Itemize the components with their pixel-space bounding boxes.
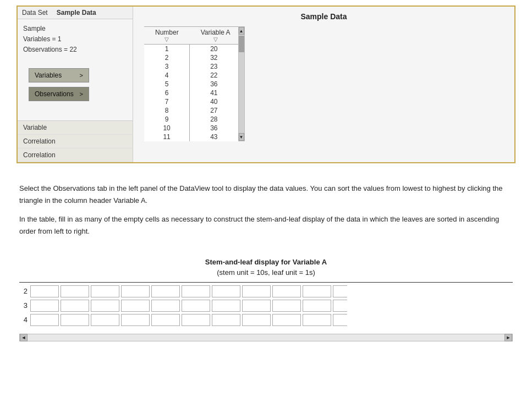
table-wrapper: Number ▽ Variable A ▽ 120232323422536641… <box>144 26 238 141</box>
stem-cell-2-7[interactable] <box>212 285 240 297</box>
table-cell-num-10: 10 <box>144 124 190 133</box>
stem-cells-4 <box>30 314 513 326</box>
table-cell-val-6: 41 <box>190 89 238 97</box>
scroll-left-button[interactable]: ◄ <box>20 334 28 341</box>
table-cell-val-1: 20 <box>190 45 238 54</box>
dataview-inner: Data Set Sample Data Sample Variables = … <box>18 7 514 162</box>
description-para1: Select the Observations tab in the left … <box>19 183 513 207</box>
table-cell-num-1: 1 <box>144 45 190 54</box>
stem-cell-3-1[interactable] <box>30 300 59 312</box>
stem-cell-2-2[interactable] <box>61 285 89 297</box>
stem-cell-3-2[interactable] <box>61 300 89 312</box>
dataset-label: Data Set <box>18 7 52 19</box>
bottom-scrollbar[interactable]: ◄ ► <box>19 334 513 341</box>
table-cell-val-5: 36 <box>190 80 238 89</box>
stem-leaf-section: Stem-and-leaf display for Variable A (st… <box>0 252 532 334</box>
table-row: 232 <box>144 53 238 62</box>
stem-cell-3-5[interactable] <box>151 300 180 312</box>
sidebar-buttons: Variables > Observations > <box>18 60 133 109</box>
data-table: Number ▽ Variable A ▽ 120232323422536641… <box>144 26 238 141</box>
stem-cell-2-9[interactable] <box>272 285 301 297</box>
stem-cell-2-6[interactable] <box>182 285 210 297</box>
table-row: 827 <box>144 106 238 115</box>
sidebar-bottom-item-2[interactable]: Correlation <box>18 135 133 148</box>
stem-cell-2-5[interactable] <box>151 285 180 297</box>
stem-cell-3-7[interactable] <box>212 300 240 312</box>
stem-cell-4-7[interactable] <box>212 314 240 326</box>
stem-leaf-row-3: 3 <box>19 300 513 312</box>
stem-cell-2-4[interactable] <box>121 285 150 297</box>
stem-cell-4-3[interactable] <box>91 314 119 326</box>
table-row: 536 <box>144 80 238 89</box>
stem-leaf-subtitle: (stem unit = 10s, leaf unit = 1s) <box>19 268 513 277</box>
sidebar-bottom-item-3[interactable]: Correlation <box>18 148 133 162</box>
sidebar-bottom-item-1[interactable]: Variable <box>18 121 133 135</box>
scroll-down-btn[interactable]: ▼ <box>239 133 244 141</box>
stem-cells-3 <box>30 300 513 312</box>
table-row: 740 <box>144 97 238 106</box>
table-cell-num-3: 3 <box>144 62 190 71</box>
stem-cell-3-6[interactable] <box>182 300 210 312</box>
stem-cell-3-11[interactable] <box>333 300 347 312</box>
stem-cell-4-8[interactable] <box>242 314 271 326</box>
stem-cell-2-1[interactable] <box>30 285 59 297</box>
scroll-track <box>28 334 504 341</box>
stem-cell-3-8[interactable] <box>242 300 271 312</box>
table-cell-num-9: 9 <box>144 115 190 124</box>
table-cell-val-2: 32 <box>190 53 238 62</box>
table-cell-num-2: 2 <box>144 53 190 62</box>
stem-cell-4-4[interactable] <box>121 314 150 326</box>
description-para2: In the table, fill in as many of the emp… <box>19 213 513 238</box>
scroll-thumb[interactable] <box>239 36 244 52</box>
description-section: Select the Observations tab in the left … <box>0 174 532 252</box>
stem-cell-4-9[interactable] <box>272 314 301 326</box>
vertical-scrollbar[interactable]: ▲ ▼ <box>238 26 245 141</box>
stem-leaf-row-4: 4 <box>19 314 513 326</box>
dataset-value: Sample Data <box>52 7 101 19</box>
stem-cell-4-1[interactable] <box>30 314 59 326</box>
table-cell-val-7: 40 <box>190 97 238 106</box>
stem-cell-3-9[interactable] <box>272 300 301 312</box>
stem-cell-4-6[interactable] <box>182 314 210 326</box>
table-cell-num-5: 5 <box>144 80 190 89</box>
variables-button[interactable]: Variables > <box>29 68 89 82</box>
table-cell-num-8: 8 <box>144 106 190 115</box>
stem-cell-4-10[interactable] <box>303 314 331 326</box>
stem-cell-3-3[interactable] <box>91 300 119 312</box>
stem-cell-2-3[interactable] <box>91 285 119 297</box>
variables-arrow: > <box>80 72 83 79</box>
stem-leaf-title: Stem-and-leaf display for Variable A <box>19 258 513 266</box>
stem-cell-4-5[interactable] <box>151 314 180 326</box>
stem-cell-2-8[interactable] <box>242 285 271 297</box>
stem-cells-2 <box>30 285 513 297</box>
stem-leaf-row-2: 2 <box>19 285 513 297</box>
col-number-header[interactable]: Number ▽ <box>144 27 190 45</box>
observations-button[interactable]: Observations > <box>29 87 89 101</box>
variables-info: Variables = 1 <box>23 34 127 45</box>
scroll-up-btn[interactable]: ▲ <box>239 27 244 35</box>
scroll-right-button[interactable]: ► <box>504 334 512 341</box>
variables-btn-label: Variables <box>35 71 62 79</box>
table-cell-val-4: 22 <box>190 71 238 80</box>
col-variablea-header[interactable]: Variable A ▽ <box>190 27 238 45</box>
stem-cell-4-11[interactable] <box>333 314 347 326</box>
stem-cell-2-10[interactable] <box>303 285 331 297</box>
variablea-sort-arrow[interactable]: ▽ <box>201 36 231 42</box>
dataview-panel: Data Set Sample Data Sample Variables = … <box>17 5 515 163</box>
table-row: 641 <box>144 89 238 97</box>
stem-cell-4-2[interactable] <box>61 314 89 326</box>
table-row: 422 <box>144 71 238 80</box>
stem-cell-2-11[interactable] <box>333 285 347 297</box>
stem-cell-3-10[interactable] <box>303 300 331 312</box>
observations-btn-label: Observations <box>35 90 74 98</box>
stem-label-4: 4 <box>19 316 30 324</box>
dataset-header: Data Set Sample Data <box>18 7 133 19</box>
table-row: 120 <box>144 45 238 54</box>
number-sort-arrow[interactable]: ▽ <box>155 36 179 42</box>
stem-cell-3-4[interactable] <box>121 300 150 312</box>
table-row: 1036 <box>144 124 238 133</box>
observations-info: Observations = 22 <box>23 45 127 55</box>
sample-label: Sample <box>23 24 127 34</box>
stem-label-3: 3 <box>19 301 30 310</box>
table-row: 323 <box>144 62 238 71</box>
